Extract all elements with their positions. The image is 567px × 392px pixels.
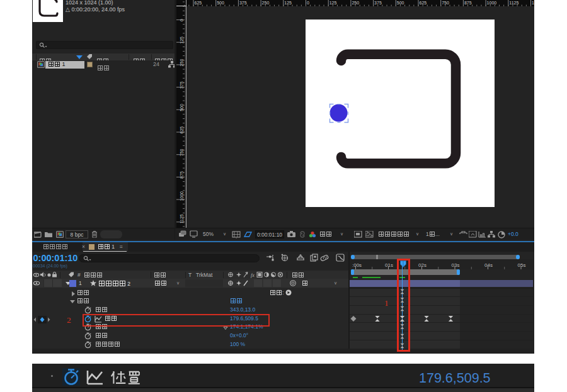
svg-text:750: 750 bbox=[442, 1, 449, 5]
svg-text:375: 375 bbox=[239, 1, 247, 5]
svg-text:1000: 1000 bbox=[487, 1, 497, 5]
svg-text:125: 125 bbox=[284, 1, 292, 5]
svg-text:1250: 1250 bbox=[532, 1, 534, 5]
svg-text:625: 625 bbox=[195, 1, 202, 5]
svg-text:500: 500 bbox=[217, 1, 224, 5]
svg-text:1125: 1125 bbox=[509, 1, 518, 5]
svg-text:500: 500 bbox=[397, 1, 404, 5]
svg-text:875: 875 bbox=[464, 1, 472, 5]
svg-text:250: 250 bbox=[352, 1, 359, 5]
svg-text:625: 625 bbox=[420, 1, 427, 5]
svg-text:250: 250 bbox=[262, 1, 270, 5]
svg-text:0: 0 bbox=[307, 1, 309, 5]
svg-text:125: 125 bbox=[329, 1, 337, 5]
svg-text:375: 375 bbox=[374, 1, 382, 5]
